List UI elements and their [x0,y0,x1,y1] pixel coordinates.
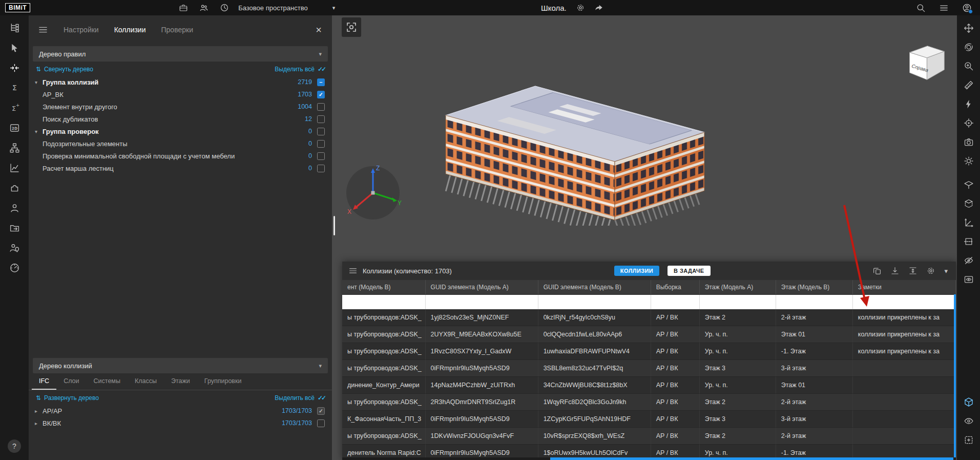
tree-item-checkbox[interactable]: – [317,78,325,86]
tree-item-checkbox[interactable] [317,128,325,135]
collision-tab-классы[interactable]: Классы [128,373,164,390]
user-pin-icon[interactable] [8,242,20,254]
menu-icon[interactable] [939,3,949,13]
tree-item-checkbox[interactable] [317,115,325,123]
caret-down-icon[interactable]: ▾ [35,79,43,85]
tree-item-checkbox[interactable] [317,165,325,172]
hierarchy-icon[interactable] [8,142,20,154]
tree-item-checkbox[interactable] [317,419,325,427]
building-model[interactable] [438,56,712,226]
share-icon[interactable] [594,3,603,12]
table-menu-icon[interactable] [348,266,358,275]
view-collisions-button[interactable]: КОЛЛИЗИИ [614,266,659,276]
sum-icon[interactable]: Σ [8,82,20,94]
eye-box-icon[interactable] [963,274,974,285]
rules-tree-row[interactable]: ▾Группа проверок0 [29,125,332,137]
rules-tree-row[interactable]: Поиск дубликатов12 [29,113,332,125]
table-row[interactable]: ы трубопроводов:ADSK_2UYX9R_M9EAABxKOXw8… [342,326,956,343]
tab-settings[interactable]: Настройки [64,26,99,34]
viewport-3d[interactable]: Z Y X Справа Коллизии (количество: 1703)… [332,15,957,460]
export-folder-icon[interactable] [8,222,20,234]
orbit-icon[interactable] [963,42,974,53]
filter-cell[interactable] [651,295,699,310]
collision-tree-row[interactable]: ▸АР/АР1703/1703✓ [29,405,332,417]
collisions-icon[interactable] [8,62,20,74]
camera-icon[interactable] [963,136,974,148]
collision-tab-слои[interactable]: Слои [56,373,86,390]
pan-icon[interactable] [963,23,974,34]
search-icon[interactable] [916,3,926,13]
collision-tab-этажи[interactable]: Этажи [164,373,197,390]
filter-cell[interactable] [425,295,538,310]
team-icon[interactable] [199,3,208,12]
rules-tree-row[interactable]: АР_ВК1703✓ [29,88,332,101]
cube-icon[interactable] [963,396,974,408]
workspace-selector[interactable]: Базовое пространство ▾ [238,4,340,12]
vertical-scrollbar[interactable] [954,294,956,460]
column-header[interactable]: GUID элемента (Модель B) [538,280,651,295]
ghost-box-icon[interactable] [963,434,974,446]
rules-tree-row[interactable]: ▾Группа коллизий2719– [29,76,332,88]
close-panel-button[interactable]: × [315,25,323,35]
lightning-icon[interactable] [963,98,974,110]
horizontal-scrollbar-thumb[interactable] [550,457,953,460]
column-header[interactable]: GUID элемента (Модель A) [425,280,538,295]
collision-tab-ifc[interactable]: IFC [32,373,56,390]
account-icon[interactable] [962,3,972,13]
tree-item-checkbox[interactable]: ✓ [317,407,325,415]
history-icon[interactable] [220,3,229,12]
collapse-table-icon[interactable]: ▾ [944,267,948,275]
tab-collisions[interactable]: Коллизии [114,26,146,34]
table-row[interactable]: ы трубопроводов:ADSK_1DKvWivnzFJOUGqn3v4… [342,428,956,445]
sun-icon[interactable] [963,155,974,167]
tree-item-checkbox[interactable] [317,103,325,111]
caret-right-icon[interactable]: ▸ [35,421,43,426]
view-2d-icon[interactable]: 2D [8,122,20,134]
table-row[interactable]: ы трубопроводов:ADSK_2R3hAQDmrDNRT9SrlZu… [342,394,956,411]
focus-view-button[interactable] [342,17,361,37]
section-plane-icon[interactable] [963,179,974,190]
help-button[interactable]: ? [8,439,21,453]
eye-icon[interactable] [963,415,974,427]
rules-tree-row[interactable]: Расчет марша лестниц0 [29,162,332,174]
table-row[interactable]: К_ФасоннаяЧасть_ПП_30iFRmpnIr9IuSMyqh5AS… [342,411,956,428]
tree-item-checkbox[interactable]: ✓ [317,91,325,98]
table-row[interactable]: ы трубопроводов:ADSK_1RvzC80SX7Yxty_l_Ga… [342,343,956,360]
collision-tab-группировки[interactable]: Группировки [197,373,249,390]
select-all-link[interactable]: Выделить всё ✓✓ [275,66,325,73]
collision-tree-header[interactable]: Дерево коллизий ▾ [33,358,328,373]
gear-icon[interactable] [926,266,935,275]
caret-down-icon[interactable]: ▾ [35,129,43,134]
tab-checks[interactable]: Проверки [161,26,193,34]
filter-cell[interactable] [538,295,651,310]
expand-tree-link[interactable]: ⇅ Развернуть дерево [36,394,99,402]
table-row[interactable]: ы трубопроводов:ADSK_1yj82Sotv23eS_MjNZ0… [342,309,956,326]
column-header[interactable]: Этаж (Модель B) [776,280,852,295]
caret-right-icon[interactable]: ▸ [35,408,43,414]
column-header[interactable]: Выборка [651,280,699,295]
collision-tree-row[interactable]: ▸ВК/ВК1703/1703 [29,417,332,429]
zoom-window-icon[interactable] [963,61,974,72]
chart-icon[interactable] [8,162,20,174]
filter-cell[interactable] [342,295,425,310]
toolbox-icon[interactable] [179,3,188,12]
clip-plane-icon[interactable] [963,198,974,209]
collapse-tree-link[interactable]: ⇅ Свернуть дерево [36,66,93,73]
column-header[interactable]: ент (Модель B) [342,280,425,295]
view-in-task-button[interactable]: В ЗАДАЧЕ [668,266,710,276]
rules-tree-row[interactable]: Элемент внутри другого1004 [29,101,332,113]
collision-tab-системы[interactable]: Системы [87,373,128,390]
tree-item-checkbox[interactable] [317,152,325,160]
user-icon[interactable] [8,202,20,214]
column-header[interactable]: Этаж (Модель A) [699,280,776,295]
model-tree-icon[interactable] [8,22,20,34]
rules-tree-row[interactable]: Подозрительные элементы0 [29,137,332,150]
column-header[interactable]: Заметки [852,280,955,295]
rules-tree-row[interactable]: Проверка минимальной свободной площади с… [29,150,332,162]
row-height-icon[interactable] [908,266,918,275]
filter-cell[interactable] [776,295,852,310]
rules-tree-header[interactable]: Дерево правил ▾ [33,46,328,62]
axis-gizmo[interactable]: Z Y X [342,162,404,224]
panel-resize-handle[interactable] [333,216,335,235]
select-all-link[interactable]: Выделить всё ✓✓ [275,394,325,402]
